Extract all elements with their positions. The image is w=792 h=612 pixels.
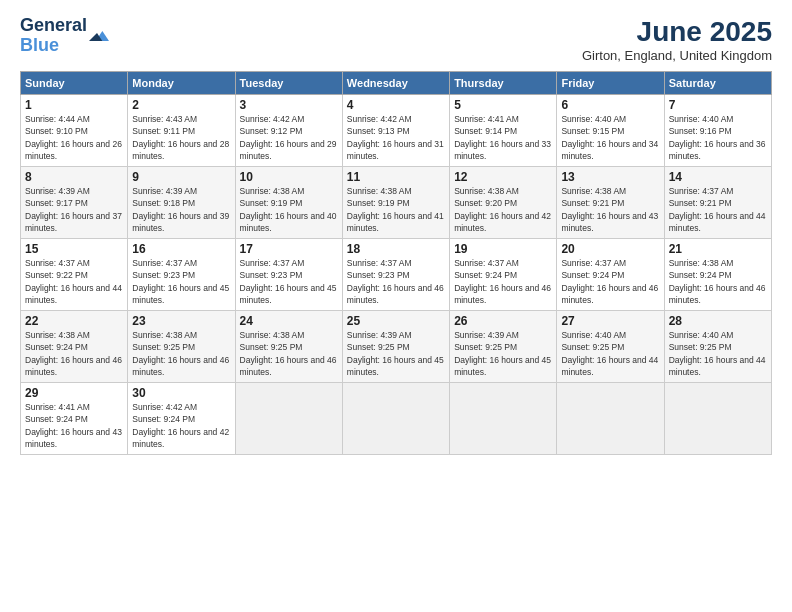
calendar-cell: 18 Sunrise: 4:37 AMSunset: 9:23 PMDaylig…: [342, 239, 449, 311]
day-info: Sunrise: 4:37 AMSunset: 9:21 PMDaylight:…: [669, 186, 766, 233]
calendar-cell: 3 Sunrise: 4:42 AMSunset: 9:12 PMDayligh…: [235, 95, 342, 167]
calendar-cell: 6 Sunrise: 4:40 AMSunset: 9:15 PMDayligh…: [557, 95, 664, 167]
calendar-row: 1 Sunrise: 4:44 AMSunset: 9:10 PMDayligh…: [21, 95, 772, 167]
calendar-cell: 11 Sunrise: 4:38 AMSunset: 9:19 PMDaylig…: [342, 167, 449, 239]
day-info: Sunrise: 4:42 AMSunset: 9:12 PMDaylight:…: [240, 114, 337, 161]
day-info: Sunrise: 4:37 AMSunset: 9:23 PMDaylight:…: [347, 258, 444, 305]
day-number: 9: [132, 170, 230, 184]
day-number: 24: [240, 314, 338, 328]
day-info: Sunrise: 4:37 AMSunset: 9:24 PMDaylight:…: [561, 258, 658, 305]
calendar-cell: 20 Sunrise: 4:37 AMSunset: 9:24 PMDaylig…: [557, 239, 664, 311]
day-info: Sunrise: 4:40 AMSunset: 9:25 PMDaylight:…: [669, 330, 766, 377]
calendar-cell: 13 Sunrise: 4:38 AMSunset: 9:21 PMDaylig…: [557, 167, 664, 239]
day-number: 23: [132, 314, 230, 328]
day-number: 8: [25, 170, 123, 184]
col-saturday: Saturday: [664, 72, 771, 95]
col-thursday: Thursday: [450, 72, 557, 95]
title-section: June 2025 Girton, England, United Kingdo…: [582, 16, 772, 63]
day-number: 27: [561, 314, 659, 328]
calendar-cell: 5 Sunrise: 4:41 AMSunset: 9:14 PMDayligh…: [450, 95, 557, 167]
day-info: Sunrise: 4:38 AMSunset: 9:25 PMDaylight:…: [240, 330, 337, 377]
calendar-row: 15 Sunrise: 4:37 AMSunset: 9:22 PMDaylig…: [21, 239, 772, 311]
month-title: June 2025: [582, 16, 772, 48]
col-friday: Friday: [557, 72, 664, 95]
calendar-cell: 7 Sunrise: 4:40 AMSunset: 9:16 PMDayligh…: [664, 95, 771, 167]
day-number: 26: [454, 314, 552, 328]
day-info: Sunrise: 4:37 AMSunset: 9:23 PMDaylight:…: [240, 258, 337, 305]
day-info: Sunrise: 4:39 AMSunset: 9:25 PMDaylight:…: [454, 330, 551, 377]
day-number: 28: [669, 314, 767, 328]
calendar-row: 29 Sunrise: 4:41 AMSunset: 9:24 PMDaylig…: [21, 383, 772, 455]
calendar-cell: 29 Sunrise: 4:41 AMSunset: 9:24 PMDaylig…: [21, 383, 128, 455]
calendar-row: 8 Sunrise: 4:39 AMSunset: 9:17 PMDayligh…: [21, 167, 772, 239]
calendar-cell: 17 Sunrise: 4:37 AMSunset: 9:23 PMDaylig…: [235, 239, 342, 311]
day-number: 2: [132, 98, 230, 112]
day-number: 5: [454, 98, 552, 112]
day-number: 6: [561, 98, 659, 112]
day-info: Sunrise: 4:39 AMSunset: 9:25 PMDaylight:…: [347, 330, 444, 377]
day-number: 18: [347, 242, 445, 256]
day-info: Sunrise: 4:38 AMSunset: 9:25 PMDaylight:…: [132, 330, 229, 377]
day-info: Sunrise: 4:38 AMSunset: 9:24 PMDaylight:…: [25, 330, 122, 377]
calendar-row: 22 Sunrise: 4:38 AMSunset: 9:24 PMDaylig…: [21, 311, 772, 383]
day-info: Sunrise: 4:43 AMSunset: 9:11 PMDaylight:…: [132, 114, 229, 161]
col-monday: Monday: [128, 72, 235, 95]
calendar-cell: [664, 383, 771, 455]
col-tuesday: Tuesday: [235, 72, 342, 95]
calendar-cell: 24 Sunrise: 4:38 AMSunset: 9:25 PMDaylig…: [235, 311, 342, 383]
day-info: Sunrise: 4:38 AMSunset: 9:19 PMDaylight:…: [240, 186, 337, 233]
day-info: Sunrise: 4:42 AMSunset: 9:13 PMDaylight:…: [347, 114, 444, 161]
day-info: Sunrise: 4:40 AMSunset: 9:16 PMDaylight:…: [669, 114, 766, 161]
logo-text: GeneralBlue: [20, 16, 87, 56]
calendar-cell: 27 Sunrise: 4:40 AMSunset: 9:25 PMDaylig…: [557, 311, 664, 383]
day-number: 20: [561, 242, 659, 256]
calendar-cell: 8 Sunrise: 4:39 AMSunset: 9:17 PMDayligh…: [21, 167, 128, 239]
day-info: Sunrise: 4:40 AMSunset: 9:25 PMDaylight:…: [561, 330, 658, 377]
day-number: 3: [240, 98, 338, 112]
day-info: Sunrise: 4:39 AMSunset: 9:18 PMDaylight:…: [132, 186, 229, 233]
day-number: 21: [669, 242, 767, 256]
day-number: 29: [25, 386, 123, 400]
col-sunday: Sunday: [21, 72, 128, 95]
calendar-table: Sunday Monday Tuesday Wednesday Thursday…: [20, 71, 772, 455]
day-info: Sunrise: 4:41 AMSunset: 9:24 PMDaylight:…: [25, 402, 122, 449]
location: Girton, England, United Kingdom: [582, 48, 772, 63]
day-info: Sunrise: 4:38 AMSunset: 9:19 PMDaylight:…: [347, 186, 444, 233]
page-header: GeneralBlue June 2025 Girton, England, U…: [20, 16, 772, 63]
calendar-cell: 12 Sunrise: 4:38 AMSunset: 9:20 PMDaylig…: [450, 167, 557, 239]
calendar-cell: 26 Sunrise: 4:39 AMSunset: 9:25 PMDaylig…: [450, 311, 557, 383]
logo: GeneralBlue: [20, 16, 109, 56]
calendar-cell: 21 Sunrise: 4:38 AMSunset: 9:24 PMDaylig…: [664, 239, 771, 311]
day-number: 25: [347, 314, 445, 328]
day-number: 22: [25, 314, 123, 328]
day-number: 19: [454, 242, 552, 256]
day-number: 11: [347, 170, 445, 184]
calendar-cell: 9 Sunrise: 4:39 AMSunset: 9:18 PMDayligh…: [128, 167, 235, 239]
day-info: Sunrise: 4:37 AMSunset: 9:23 PMDaylight:…: [132, 258, 229, 305]
calendar-cell: 23 Sunrise: 4:38 AMSunset: 9:25 PMDaylig…: [128, 311, 235, 383]
header-row: Sunday Monday Tuesday Wednesday Thursday…: [21, 72, 772, 95]
day-info: Sunrise: 4:38 AMSunset: 9:20 PMDaylight:…: [454, 186, 551, 233]
calendar-cell: 16 Sunrise: 4:37 AMSunset: 9:23 PMDaylig…: [128, 239, 235, 311]
day-info: Sunrise: 4:44 AMSunset: 9:10 PMDaylight:…: [25, 114, 122, 161]
day-number: 15: [25, 242, 123, 256]
day-number: 17: [240, 242, 338, 256]
calendar-cell: 2 Sunrise: 4:43 AMSunset: 9:11 PMDayligh…: [128, 95, 235, 167]
day-info: Sunrise: 4:39 AMSunset: 9:17 PMDaylight:…: [25, 186, 122, 233]
calendar-cell: 30 Sunrise: 4:42 AMSunset: 9:24 PMDaylig…: [128, 383, 235, 455]
calendar-cell: 25 Sunrise: 4:39 AMSunset: 9:25 PMDaylig…: [342, 311, 449, 383]
calendar-cell: [450, 383, 557, 455]
day-info: Sunrise: 4:37 AMSunset: 9:24 PMDaylight:…: [454, 258, 551, 305]
day-number: 10: [240, 170, 338, 184]
day-number: 30: [132, 386, 230, 400]
day-number: 14: [669, 170, 767, 184]
calendar-cell: [235, 383, 342, 455]
col-wednesday: Wednesday: [342, 72, 449, 95]
calendar-cell: 4 Sunrise: 4:42 AMSunset: 9:13 PMDayligh…: [342, 95, 449, 167]
day-info: Sunrise: 4:38 AMSunset: 9:21 PMDaylight:…: [561, 186, 658, 233]
calendar-cell: 22 Sunrise: 4:38 AMSunset: 9:24 PMDaylig…: [21, 311, 128, 383]
day-number: 4: [347, 98, 445, 112]
day-number: 13: [561, 170, 659, 184]
day-info: Sunrise: 4:40 AMSunset: 9:15 PMDaylight:…: [561, 114, 658, 161]
calendar-cell: 15 Sunrise: 4:37 AMSunset: 9:22 PMDaylig…: [21, 239, 128, 311]
